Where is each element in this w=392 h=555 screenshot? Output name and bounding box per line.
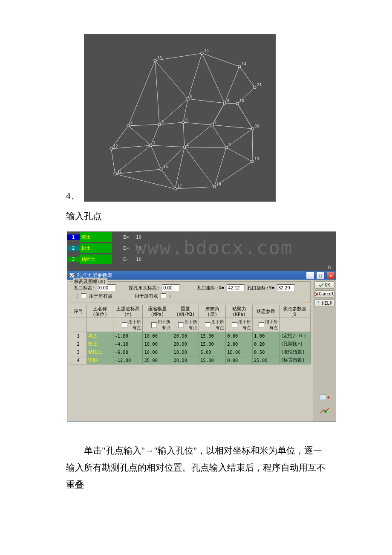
svg-line-25 — [151, 145, 161, 169]
svg-point-75 — [201, 52, 203, 55]
item-number: 4、 — [66, 190, 80, 202]
layer-row[interactable]: 2粉土E=10 — [67, 243, 336, 254]
svg-line-28 — [175, 147, 184, 189]
lbl-ysy-open: （ — [74, 293, 78, 299]
lbl-ysy2a: 用于所有点 — [135, 293, 158, 299]
svg-point-79 — [174, 188, 176, 190]
cell-s: 0.20 — [253, 340, 280, 348]
maximize-button[interactable]: □ — [316, 272, 325, 279]
svg-text:17: 17 — [177, 184, 182, 188]
lbl-ysy: 用于所有点 — [89, 293, 112, 299]
table-row[interactable]: 4中砂-12.0035.0020.0015.000.0025.00(标贯击数) — [70, 356, 311, 364]
cell-c: 2.00 — [226, 340, 253, 348]
col-header: 重度(KN/M3) — [172, 305, 199, 318]
cell-m: (定性/-IL) — [279, 332, 310, 340]
svg-point-87 — [254, 86, 256, 89]
col-sub: 用于所有点 — [238, 319, 251, 331]
svg-point-63 — [223, 102, 226, 104]
svg-point-57 — [182, 121, 184, 124]
layer-row[interactable]: 3粘性土E=10 — [67, 254, 336, 265]
cancel-button[interactable]: Cancel — [314, 290, 334, 298]
cell-name: 粘性土 — [86, 348, 113, 356]
input-ky[interactable] — [277, 284, 295, 291]
soil-table: 序号土名称(单位)土层底标高(m)压缩模量(MPa)重度(KN/M3)摩擦角(度… — [70, 305, 311, 364]
cell-f: 15.00 — [199, 332, 226, 340]
svg-line-44 — [188, 53, 202, 99]
layer-row[interactable]: 1填土E=10 — [67, 231, 336, 243]
svg-point-53 — [127, 124, 130, 127]
svg-line-1 — [202, 53, 239, 66]
lbl-kx: 孔口坐标:X= — [197, 285, 224, 291]
svg-point-47 — [150, 144, 152, 147]
cell-h: -4.10 — [113, 340, 143, 348]
col-sub: 用于所有点 — [265, 319, 278, 331]
cell-g: 20.00 — [172, 356, 199, 364]
svg-line-10 — [128, 61, 155, 126]
input-tksbg[interactable] — [162, 284, 180, 291]
close-button[interactable]: ✕ — [326, 272, 335, 279]
svg-point-59 — [211, 124, 213, 126]
table-row[interactable]: 2粉土-4.1010.0020.0015.002.000.20(孔隙比e) — [70, 340, 311, 348]
cell-m: (孔隙比e) — [279, 340, 310, 348]
layer-e-value: 10 — [136, 234, 141, 240]
ok-button[interactable]: OK — [314, 281, 334, 289]
cell-m: (标贯击数) — [279, 356, 310, 364]
cell-g: 20.00 — [172, 340, 199, 348]
cell-idx: 3 — [70, 348, 87, 356]
svg-text:20: 20 — [255, 124, 259, 128]
delete-icon[interactable] — [319, 393, 330, 402]
svg-text:3: 3 — [228, 143, 231, 147]
layer-name: 粘性土 — [80, 254, 112, 264]
col-chk[interactable] — [122, 322, 127, 328]
cell-e: 35.00 — [143, 356, 172, 364]
input-kkbg[interactable] — [98, 284, 116, 291]
svg-line-13 — [183, 122, 212, 125]
svg-text:?: ? — [317, 301, 320, 306]
svg-point-55 — [158, 123, 161, 126]
layer-num: 3 — [67, 257, 80, 262]
ozone-label: O— — [67, 265, 336, 271]
svg-text:5: 5 — [161, 120, 164, 124]
svg-text:21: 21 — [257, 83, 262, 87]
svg-point-65 — [236, 102, 239, 105]
col-header: 状态参数 — [253, 305, 280, 318]
cell-idx: 1 — [70, 332, 87, 340]
layer-num: 1 — [67, 234, 80, 240]
table-spacer — [70, 364, 311, 416]
col-chk[interactable] — [178, 322, 184, 328]
svg-line-31 — [214, 147, 226, 187]
svg-point-85 — [251, 127, 254, 130]
chk-all-1[interactable] — [81, 293, 86, 299]
svg-point-71 — [154, 59, 156, 62]
elevation-fieldset: 标高及图幅(m) 孔口标高: 探孔水头标高: 孔口坐标:X= 孔口坐标:Y= — [70, 281, 311, 303]
mesh-svg: 123456789101112131415161718192021 — [84, 34, 276, 202]
title-text: 孔点土层参数表 — [77, 272, 112, 279]
col-chk[interactable] — [259, 322, 264, 328]
cell-e: 10.00 — [143, 332, 172, 340]
check-icon — [319, 283, 324, 287]
svg-text:10: 10 — [239, 99, 244, 103]
svg-line-22 — [111, 149, 115, 174]
svg-text:4: 4 — [130, 121, 133, 125]
layer-e-value: 10 — [136, 257, 141, 262]
col-chk[interactable] — [151, 322, 157, 328]
col-chk[interactable] — [205, 322, 210, 328]
input-kx[interactable] — [227, 284, 245, 291]
help-button[interactable]: ? HELP — [314, 299, 334, 307]
add-icon[interactable] — [319, 406, 330, 416]
table-row[interactable]: 3粘性土-6.8010.0018.005.0010.000.50(液性指数) — [70, 348, 311, 356]
cell-g: 20.00 — [172, 332, 199, 340]
minimize-button[interactable]: _ — [306, 272, 314, 279]
cell-name: 填土 — [86, 332, 113, 340]
titlebar[interactable]: 孔点土层参数表 _ □ ✕ — [67, 271, 336, 280]
help-label: HELP — [322, 301, 332, 306]
cell-f: 5.00 — [199, 348, 226, 356]
table-row[interactable]: 1填土-1.8010.0020.0015.000.001.00(定性/-IL) — [70, 332, 311, 340]
col-chk[interactable] — [232, 322, 237, 328]
cell-name: 粉土 — [86, 340, 113, 348]
svg-point-83 — [251, 160, 254, 163]
svg-point-67 — [114, 173, 116, 175]
col-header: 土层底标高(m) — [113, 305, 143, 318]
layer-num: 2 — [67, 246, 80, 251]
chk-all-2[interactable] — [161, 293, 166, 299]
